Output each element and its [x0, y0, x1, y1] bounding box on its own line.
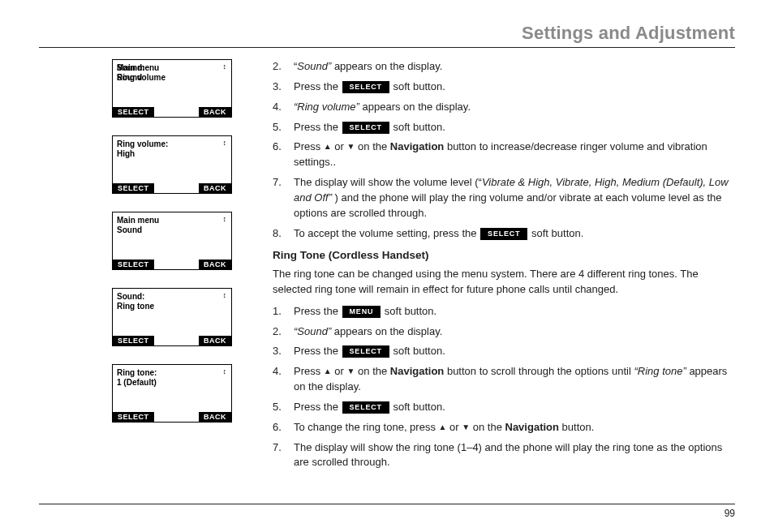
screen4-line1: Sound: [117, 292, 227, 301]
step-b6: 6. To change the ring tone, press ▲ or ▼… [273, 420, 735, 435]
step-a4: 4. “Ring volume” appears on the display. [273, 100, 735, 115]
updown-icon: ↕ [223, 139, 227, 147]
down-arrow-icon: ▼ [347, 367, 355, 375]
select-softkey: SELECT [113, 107, 154, 117]
screen1-ov1: Sound: [117, 63, 144, 72]
back-softkey: BACK [199, 336, 231, 345]
lcd-screen-3: Main menu Sound ↕ SELECT BACK [112, 212, 232, 270]
step-a7: 7. The display will show the volume leve… [273, 175, 735, 221]
select-softkey: SELECT [113, 412, 154, 422]
screen3-line1: Main menu [117, 216, 227, 225]
back-softkey: BACK [199, 107, 231, 117]
step-b2: 2. “Sound” appears on the display. [273, 324, 735, 340]
content: Main menu Sound: Sound Ring volume ↕ SEL… [39, 59, 735, 475]
step-a8: 8. To accept the volume setting, press t… [273, 226, 735, 242]
page-footer: 99 [39, 504, 735, 519]
step-b1: 1. Press the MENU soft button. [273, 304, 735, 320]
screen5-line2: 1 (Default) [117, 378, 227, 387]
text-column: 2. “Sound” appears on the display. 3. Pr… [273, 59, 735, 475]
step-a2: 2. “Sound” appears on the display. [273, 59, 735, 75]
select-button-icon: SELECT [342, 81, 389, 93]
step-b4: 4. Press ▲ or ▼ on the Navigation button… [273, 364, 735, 395]
select-button-icon: SELECT [342, 122, 389, 134]
step-a5: 5. Press the SELECT soft button. [273, 120, 735, 135]
step-b5: 5. Press the SELECT soft button. [273, 400, 735, 415]
select-button-icon: SELECT [342, 401, 389, 414]
back-softkey: BACK [199, 412, 231, 422]
screen1-ov2: Ring volume [117, 73, 166, 82]
menu-button-icon: MENU [342, 306, 381, 318]
back-softkey: BACK [199, 183, 231, 193]
lcd-screen-1: Main menu Sound: Sound Ring volume ↕ SEL… [112, 59, 232, 118]
select-button-icon: SELECT [342, 345, 389, 358]
up-arrow-icon: ▲ [439, 423, 447, 431]
step-a3: 3. Press the SELECT soft button. [273, 79, 735, 95]
steps-list-a: 2. “Sound” appears on the display. 3. Pr… [273, 59, 735, 241]
select-softkey: SELECT [113, 336, 154, 345]
page-title: Settings and Adjustment [39, 23, 735, 48]
lcd-screen-2: Ring volume: High ↕ SELECT BACK [112, 135, 232, 194]
ring-tone-intro: The ring tone can be changed using the m… [273, 267, 735, 298]
select-button-icon: SELECT [480, 228, 527, 240]
screen5-line1: Ring tone: [117, 368, 227, 377]
screen2-line2: High [117, 149, 227, 158]
screen-column: Main menu Sound: Sound Ring volume ↕ SEL… [39, 59, 250, 475]
step-a6: 6. Press ▲ or ▼ on the Navigation button… [273, 139, 735, 170]
up-arrow-icon: ▲ [324, 367, 332, 375]
lcd-screen-4: Sound: Ring tone ↕ SELECT BACK [112, 288, 232, 346]
screen4-line2: Ring tone [117, 302, 227, 311]
step-b3: 3. Press the SELECT soft button. [273, 344, 735, 359]
select-softkey: SELECT [113, 183, 154, 193]
screen2-line1: Ring volume: [117, 139, 227, 148]
screen3-line2: Sound [117, 225, 227, 234]
page-number: 99 [725, 508, 735, 519]
up-arrow-icon: ▲ [324, 142, 332, 151]
back-softkey: BACK [199, 260, 231, 269]
lcd-screen-5: Ring tone: 1 (Default) ↕ SELECT BACK [112, 364, 232, 423]
down-arrow-icon: ▼ [347, 142, 355, 151]
updown-icon: ↕ [223, 63, 227, 71]
updown-icon: ↕ [223, 368, 227, 375]
step-b7: 7. The display will show the ring tone (… [273, 440, 735, 471]
down-arrow-icon: ▼ [462, 423, 470, 431]
ring-tone-heading: Ring Tone (Cordless Handset) [273, 247, 735, 264]
updown-icon: ↕ [223, 292, 227, 299]
steps-list-b: 1. Press the MENU soft button. 2. “Sound… [273, 304, 735, 471]
updown-icon: ↕ [223, 216, 227, 223]
select-softkey: SELECT [113, 260, 154, 269]
